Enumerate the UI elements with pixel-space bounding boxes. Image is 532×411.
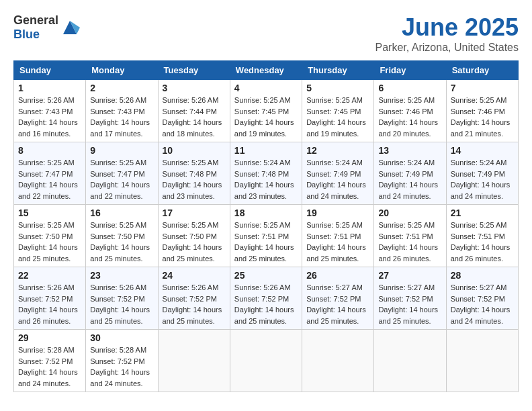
col-thursday: Thursday	[302, 61, 374, 80]
calendar-cell: 28 Sunrise: 5:27 AM Sunset: 7:52 PM Dayl…	[446, 267, 518, 330]
day-number: 28	[451, 270, 514, 281]
week-row-2: 8 Sunrise: 5:25 AM Sunset: 7:47 PM Dayli…	[14, 142, 519, 205]
day-number: 30	[90, 332, 153, 343]
calendar-cell: 7 Sunrise: 5:25 AM Sunset: 7:46 PM Dayli…	[446, 80, 518, 142]
logo-general: General	[13, 13, 58, 27]
calendar-cell: 30 Sunrise: 5:28 AM Sunset: 7:52 PM Dayl…	[86, 330, 158, 392]
logo-blue: Blue	[13, 28, 40, 41]
day-info: Sunrise: 5:25 AM Sunset: 7:51 PM Dayligh…	[378, 220, 441, 264]
day-number: 27	[378, 270, 441, 281]
day-number: 19	[306, 208, 369, 218]
col-wednesday: Wednesday	[230, 61, 302, 80]
day-number: 21	[451, 208, 514, 218]
calendar-cell: 11 Sunrise: 5:24 AM Sunset: 7:48 PM Dayl…	[230, 142, 302, 205]
day-info: Sunrise: 5:26 AM Sunset: 7:52 PM Dayligh…	[163, 282, 226, 326]
day-number: 14	[451, 145, 514, 156]
calendar-cell: 6 Sunrise: 5:25 AM Sunset: 7:46 PM Dayli…	[374, 80, 446, 142]
day-number: 13	[378, 145, 441, 156]
day-info: Sunrise: 5:25 AM Sunset: 7:50 PM Dayligh…	[18, 220, 81, 264]
calendar-cell: 17 Sunrise: 5:25 AM Sunset: 7:50 PM Dayl…	[158, 205, 230, 267]
day-info: Sunrise: 5:25 AM Sunset: 7:45 PM Dayligh…	[306, 95, 369, 139]
day-info: Sunrise: 5:24 AM Sunset: 7:49 PM Dayligh…	[378, 157, 441, 201]
day-info: Sunrise: 5:26 AM Sunset: 7:43 PM Dayligh…	[18, 95, 81, 139]
day-info: Sunrise: 5:24 AM Sunset: 7:49 PM Dayligh…	[451, 157, 514, 201]
location-title: Parker, Arizona, United States	[375, 42, 519, 54]
calendar-cell: 19 Sunrise: 5:25 AM Sunset: 7:51 PM Dayl…	[302, 205, 374, 267]
calendar-cell: 8 Sunrise: 5:25 AM Sunset: 7:47 PM Dayli…	[14, 142, 86, 205]
day-info: Sunrise: 5:25 AM Sunset: 7:50 PM Dayligh…	[163, 220, 226, 264]
day-number: 25	[234, 270, 298, 281]
day-number: 2	[90, 83, 153, 93]
day-info: Sunrise: 5:26 AM Sunset: 7:52 PM Dayligh…	[234, 282, 298, 326]
day-info: Sunrise: 5:28 AM Sunset: 7:52 PM Dayligh…	[90, 345, 153, 389]
day-number: 16	[90, 208, 153, 218]
day-number: 10	[163, 145, 226, 156]
calendar-cell: 9 Sunrise: 5:25 AM Sunset: 7:47 PM Dayli…	[86, 142, 158, 205]
day-info: Sunrise: 5:25 AM Sunset: 7:46 PM Dayligh…	[451, 95, 514, 139]
day-number: 29	[18, 332, 81, 343]
calendar-cell: 2 Sunrise: 5:26 AM Sunset: 7:43 PM Dayli…	[86, 80, 158, 142]
week-row-4: 22 Sunrise: 5:26 AM Sunset: 7:52 PM Dayl…	[14, 267, 519, 330]
day-info: Sunrise: 5:27 AM Sunset: 7:52 PM Dayligh…	[306, 282, 369, 326]
day-info: Sunrise: 5:25 AM Sunset: 7:51 PM Dayligh…	[234, 220, 298, 264]
day-info: Sunrise: 5:24 AM Sunset: 7:49 PM Dayligh…	[306, 157, 369, 201]
calendar-cell: 16 Sunrise: 5:25 AM Sunset: 7:50 PM Dayl…	[86, 205, 158, 267]
day-number: 11	[234, 145, 298, 156]
month-title: June 2025	[375, 13, 519, 42]
logo-icon	[60, 17, 80, 38]
day-info: Sunrise: 5:25 AM Sunset: 7:47 PM Dayligh…	[18, 157, 81, 201]
day-info: Sunrise: 5:26 AM Sunset: 7:43 PM Dayligh…	[90, 95, 153, 139]
calendar-cell	[230, 330, 302, 392]
day-info: Sunrise: 5:26 AM Sunset: 7:52 PM Dayligh…	[18, 282, 81, 326]
calendar-cell: 23 Sunrise: 5:26 AM Sunset: 7:52 PM Dayl…	[86, 267, 158, 330]
calendar-cell: 24 Sunrise: 5:26 AM Sunset: 7:52 PM Dayl…	[158, 267, 230, 330]
day-info: Sunrise: 5:27 AM Sunset: 7:52 PM Dayligh…	[378, 282, 441, 326]
day-number: 23	[90, 270, 153, 281]
day-number: 17	[163, 208, 226, 218]
calendar-cell: 14 Sunrise: 5:24 AM Sunset: 7:49 PM Dayl…	[446, 142, 518, 205]
day-info: Sunrise: 5:25 AM Sunset: 7:51 PM Dayligh…	[451, 220, 514, 264]
day-info: Sunrise: 5:28 AM Sunset: 7:52 PM Dayligh…	[18, 345, 81, 389]
day-number: 12	[306, 145, 369, 156]
calendar-cell	[158, 330, 230, 392]
day-number: 24	[163, 270, 226, 281]
calendar-cell: 3 Sunrise: 5:26 AM Sunset: 7:44 PM Dayli…	[158, 80, 230, 142]
calendar-cell: 20 Sunrise: 5:25 AM Sunset: 7:51 PM Dayl…	[374, 205, 446, 267]
calendar-header-row: Sunday Monday Tuesday Wednesday Thursday…	[14, 61, 519, 80]
day-info: Sunrise: 5:26 AM Sunset: 7:52 PM Dayligh…	[90, 282, 153, 326]
calendar-cell	[374, 330, 446, 392]
day-number: 1	[18, 83, 81, 93]
day-number: 4	[234, 83, 298, 93]
calendar-cell: 5 Sunrise: 5:25 AM Sunset: 7:45 PM Dayli…	[302, 80, 374, 142]
day-info: Sunrise: 5:25 AM Sunset: 7:47 PM Dayligh…	[90, 157, 153, 201]
calendar-cell: 10 Sunrise: 5:25 AM Sunset: 7:48 PM Dayl…	[158, 142, 230, 205]
col-monday: Monday	[86, 61, 158, 80]
calendar-cell: 1 Sunrise: 5:26 AM Sunset: 7:43 PM Dayli…	[14, 80, 86, 142]
calendar-cell: 4 Sunrise: 5:25 AM Sunset: 7:45 PM Dayli…	[230, 80, 302, 142]
day-info: Sunrise: 5:27 AM Sunset: 7:52 PM Dayligh…	[451, 282, 514, 326]
week-row-1: 1 Sunrise: 5:26 AM Sunset: 7:43 PM Dayli…	[14, 80, 519, 142]
day-number: 18	[234, 208, 298, 218]
calendar-table: Sunday Monday Tuesday Wednesday Thursday…	[13, 60, 519, 392]
day-info: Sunrise: 5:25 AM Sunset: 7:50 PM Dayligh…	[90, 220, 153, 264]
logo: General Blue	[13, 13, 80, 42]
calendar-cell: 27 Sunrise: 5:27 AM Sunset: 7:52 PM Dayl…	[374, 267, 446, 330]
calendar-cell: 15 Sunrise: 5:25 AM Sunset: 7:50 PM Dayl…	[14, 205, 86, 267]
week-row-3: 15 Sunrise: 5:25 AM Sunset: 7:50 PM Dayl…	[14, 205, 519, 267]
col-tuesday: Tuesday	[158, 61, 230, 80]
day-number: 7	[451, 83, 514, 93]
col-sunday: Sunday	[14, 61, 86, 80]
day-info: Sunrise: 5:25 AM Sunset: 7:51 PM Dayligh…	[306, 220, 369, 264]
day-number: 5	[306, 83, 369, 93]
day-number: 15	[18, 208, 81, 218]
day-number: 20	[378, 208, 441, 218]
day-info: Sunrise: 5:26 AM Sunset: 7:44 PM Dayligh…	[163, 95, 226, 139]
page-header: General Blue June 2025 Parker, Arizona, …	[13, 13, 519, 54]
day-info: Sunrise: 5:25 AM Sunset: 7:48 PM Dayligh…	[163, 157, 226, 201]
calendar-cell: 22 Sunrise: 5:26 AM Sunset: 7:52 PM Dayl…	[14, 267, 86, 330]
col-friday: Friday	[374, 61, 446, 80]
title-area: June 2025 Parker, Arizona, United States	[375, 13, 519, 54]
day-number: 8	[18, 145, 81, 156]
day-info: Sunrise: 5:25 AM Sunset: 7:45 PM Dayligh…	[234, 95, 298, 139]
calendar-cell: 21 Sunrise: 5:25 AM Sunset: 7:51 PM Dayl…	[446, 205, 518, 267]
